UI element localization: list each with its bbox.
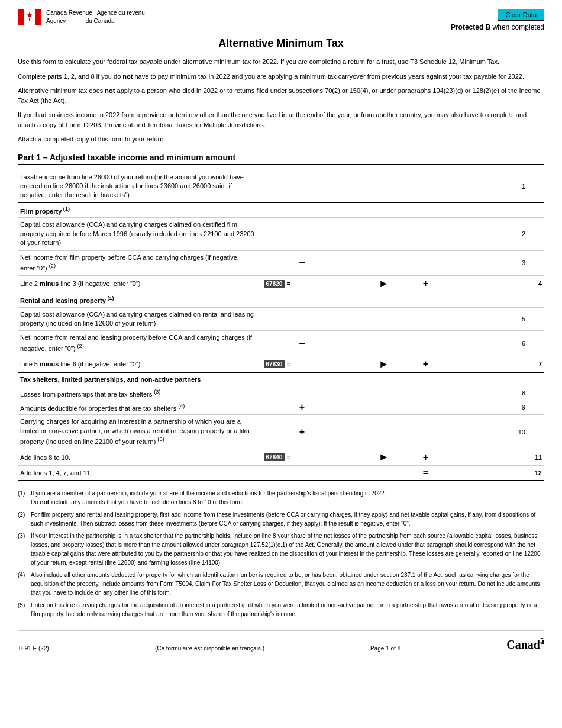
line7-num: 7 bbox=[528, 356, 544, 372]
line7-final-input[interactable] bbox=[463, 360, 525, 368]
line12-num: 12 bbox=[528, 466, 544, 481]
line11-input-cell bbox=[308, 449, 376, 466]
line7-desc: Line 5 minus line 6 (if negative, enter … bbox=[18, 356, 258, 372]
line8-desc: Losses from partnerships that are tax sh… bbox=[18, 386, 258, 400]
agency-en-line1: Canada Revenue bbox=[46, 9, 92, 16]
line10-num: 10 bbox=[460, 415, 528, 449]
line1-input[interactable] bbox=[311, 183, 374, 190]
footnote-2: (2) For film property and rental and lea… bbox=[18, 510, 544, 528]
french-text: (Ce formulaire est disponible en françai… bbox=[155, 645, 264, 652]
line4-num: 4 bbox=[528, 275, 544, 292]
fn3-text: If your interest in the partnership is i… bbox=[31, 531, 544, 567]
svg-rect-2 bbox=[35, 9, 41, 25]
line2-desc: Capital cost allowance (CCA) and carryin… bbox=[18, 218, 258, 250]
line10-input-cell bbox=[308, 415, 376, 449]
line7-input-cell bbox=[308, 356, 376, 372]
line4-input-cell bbox=[308, 275, 376, 292]
line2-num: 2 bbox=[460, 218, 528, 250]
line8-num-area bbox=[376, 386, 460, 400]
line11-code: 67840 bbox=[264, 453, 285, 461]
line2-op-cell bbox=[296, 218, 308, 250]
canada-flag-icon bbox=[18, 9, 41, 25]
clear-data-button[interactable]: Clear Data bbox=[498, 9, 544, 21]
footnote-5: (5) Enter on this line carrying charges … bbox=[18, 601, 544, 619]
line10-op-cell: + bbox=[296, 415, 308, 449]
line10-desc: Carrying charges for acquiring an intere… bbox=[18, 415, 258, 449]
fn5-num: (5) bbox=[18, 601, 28, 619]
fn5-text: Enter on this line carrying charges for … bbox=[31, 601, 544, 619]
line4-desc: Line 2 minus line 3 (if negative, enter … bbox=[18, 275, 258, 292]
line9-num: 9 bbox=[460, 400, 528, 415]
line10-code-cell bbox=[258, 415, 296, 449]
rental-header-row: Rental and leasing property (1) bbox=[18, 292, 544, 307]
footnotes-area: (1) If you are a member of a partnership… bbox=[18, 489, 544, 619]
line1-final-input[interactable] bbox=[395, 183, 457, 190]
line9-input[interactable] bbox=[311, 404, 373, 411]
rental-fn-ref: (1) bbox=[106, 295, 114, 301]
line9-num-area bbox=[376, 400, 460, 415]
agency-en-line2: Agency bbox=[46, 18, 66, 24]
line5-code-cell bbox=[258, 307, 296, 331]
line3-num-area bbox=[376, 250, 460, 275]
line10-input[interactable] bbox=[311, 429, 373, 436]
line12-code-cell bbox=[258, 466, 296, 481]
line7-final-cell bbox=[460, 356, 528, 372]
part1-form: Taxable income from line 26000 of your r… bbox=[18, 170, 544, 481]
line8-input[interactable] bbox=[311, 389, 373, 397]
line3-input[interactable] bbox=[311, 259, 373, 266]
line2-code-cell bbox=[258, 218, 296, 250]
line12-desc: Add lines 1, 4, 7, and 11. bbox=[18, 466, 258, 481]
line4-code: 67820 bbox=[264, 280, 285, 288]
line6-num-area bbox=[376, 331, 460, 356]
line7-code-cell: 67830 = bbox=[258, 356, 296, 372]
line7-input[interactable] bbox=[311, 360, 374, 368]
line9-desc: Amounts deductible for properties that a… bbox=[18, 400, 258, 415]
intro-para3: Alternative minimum tax does not apply t… bbox=[18, 86, 544, 105]
line4-final-input[interactable] bbox=[463, 280, 525, 287]
line7-eq: = bbox=[286, 360, 290, 368]
line12-final-cell bbox=[460, 466, 528, 481]
line1-desc: Taxable income from line 26000 of your r… bbox=[18, 170, 258, 202]
line11-eq: = bbox=[286, 453, 290, 460]
line3-fn-ref: (2) bbox=[49, 263, 56, 269]
line2-input[interactable] bbox=[311, 230, 373, 237]
line4-final-cell bbox=[460, 275, 528, 292]
line11-plus: + bbox=[392, 449, 460, 466]
line3-code-cell bbox=[258, 250, 296, 275]
line12-final-input[interactable] bbox=[463, 469, 525, 476]
line6-fn-ref: (2) bbox=[77, 343, 83, 349]
line1-code-cell bbox=[258, 170, 296, 202]
line12-op-cell bbox=[296, 466, 308, 481]
line5-desc: Capital cost allowance (CCA) and carryin… bbox=[18, 307, 258, 331]
intro-para5: Attach a completed copy of this form to … bbox=[18, 134, 544, 144]
line1-op-cell bbox=[296, 170, 308, 202]
line4-input[interactable] bbox=[311, 280, 374, 287]
line8-op-cell bbox=[296, 386, 308, 400]
line6-input-cell bbox=[308, 331, 376, 356]
fn3-num: (3) bbox=[18, 531, 28, 567]
intro-para4: If you had business income in 2022 from … bbox=[18, 110, 544, 130]
line6-input[interactable] bbox=[311, 340, 373, 347]
line5-input-cell bbox=[308, 307, 376, 331]
fn1-num: (1) bbox=[18, 489, 28, 507]
rental-title: Rental and leasing property bbox=[20, 297, 106, 304]
rental-title-cell: Rental and leasing property (1) bbox=[18, 292, 528, 307]
line2-num-area bbox=[376, 218, 460, 250]
line1-input-cell bbox=[308, 170, 376, 202]
line5-input[interactable] bbox=[311, 315, 373, 323]
line1-final-cell bbox=[392, 170, 460, 202]
line1-num: 1 bbox=[460, 170, 528, 202]
line11-code-cell: 67840 = bbox=[258, 449, 296, 466]
logo-area: Canada Revenue Agence du revenu Agency d… bbox=[18, 9, 145, 25]
page-footer: T691 E (22) (Ce formulaire est disponibl… bbox=[18, 630, 544, 652]
form-code: T691 E (22) bbox=[18, 645, 49, 652]
line3-input-cell bbox=[308, 250, 376, 275]
fn4-num: (4) bbox=[18, 571, 28, 597]
line7-plus: + bbox=[392, 356, 460, 372]
agency-names: Canada Revenue Agence du revenu Agency d… bbox=[46, 9, 145, 25]
line11-final-input[interactable] bbox=[463, 454, 525, 461]
line11-input[interactable] bbox=[311, 454, 374, 461]
line4-eq: = bbox=[286, 280, 290, 287]
line7-arrow: ► bbox=[376, 356, 392, 372]
fn2-num: (2) bbox=[18, 510, 28, 528]
